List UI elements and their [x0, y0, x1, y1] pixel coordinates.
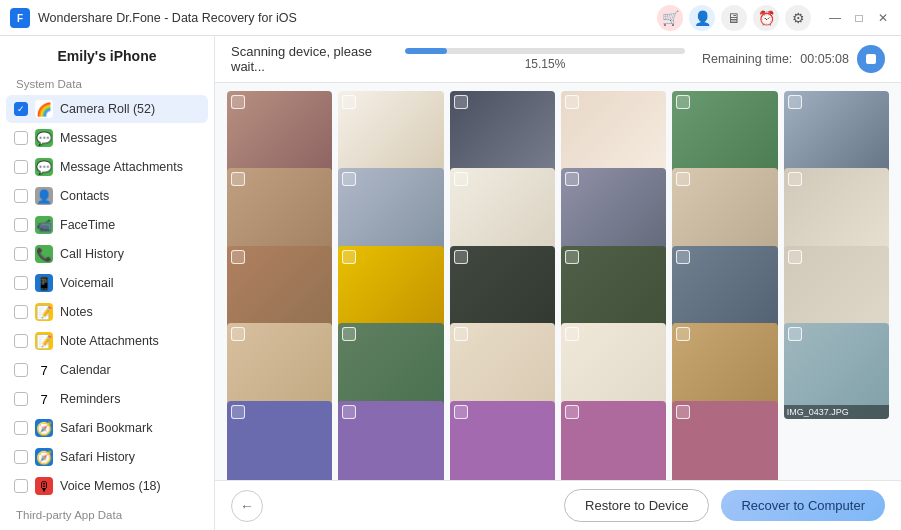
icon-message-attachments: 💬	[35, 158, 53, 176]
icon-camera-roll: 🌈	[35, 100, 53, 118]
photo-checkbox[interactable]	[454, 250, 468, 264]
label-reminders: Reminders	[60, 392, 196, 406]
checkbox-camera-roll[interactable]	[14, 102, 28, 116]
clock-icon[interactable]: ⏰	[753, 5, 779, 31]
photo-filename: IMG_0437.JPG	[784, 405, 889, 419]
sidebar-item-call-history[interactable]: 📞Call History	[6, 240, 208, 268]
recover-to-computer-button[interactable]: Recover to Computer	[721, 490, 885, 521]
photo-checkbox[interactable]	[454, 327, 468, 341]
checkbox-calendar[interactable]	[14, 363, 28, 377]
photo-checkbox[interactable]	[454, 172, 468, 186]
checkbox-facetime[interactable]	[14, 218, 28, 232]
progress-text: 15.15%	[525, 57, 566, 71]
photo-checkbox[interactable]	[565, 95, 579, 109]
photo-checkbox[interactable]	[565, 327, 579, 341]
checkbox-reminders[interactable]	[14, 392, 28, 406]
checkbox-messages[interactable]	[14, 131, 28, 145]
icon-safari-history: 🧭	[35, 448, 53, 466]
photo-cell[interactable]: IMG_0441.JPG	[561, 401, 666, 480]
checkbox-contacts[interactable]	[14, 189, 28, 203]
minimize-button[interactable]: —	[827, 10, 843, 26]
back-button[interactable]: ←	[231, 490, 263, 522]
sidebar-item-note-attachments[interactable]: 📝Note Attachments	[6, 327, 208, 355]
icon-voicemail: 📱	[35, 274, 53, 292]
checkbox-voicemail[interactable]	[14, 276, 28, 290]
photo-checkbox[interactable]	[231, 172, 245, 186]
photo-checkbox[interactable]	[454, 405, 468, 419]
icon-call-history: 📞	[35, 245, 53, 263]
photo-cell[interactable]: IMG_0438.JPG	[227, 401, 332, 480]
photo-checkbox[interactable]	[676, 405, 690, 419]
sidebar-item-calendar[interactable]: 7Calendar	[6, 356, 208, 384]
screen-icon[interactable]: 🖥	[721, 5, 747, 31]
checkbox-notes[interactable]	[14, 305, 28, 319]
stop-scan-button[interactable]	[857, 45, 885, 73]
photo-checkbox[interactable]	[676, 172, 690, 186]
sidebar-item-contacts[interactable]: 👤Contacts	[6, 182, 208, 210]
top-bar: Scanning device, please wait... 15.15% R…	[215, 36, 901, 83]
photo-checkbox[interactable]	[231, 405, 245, 419]
checkbox-voice-memos[interactable]	[14, 479, 28, 493]
photo-checkbox[interactable]	[231, 250, 245, 264]
photo-checkbox[interactable]	[788, 95, 802, 109]
user-icon[interactable]: 👤	[689, 5, 715, 31]
device-name: Emily's iPhone	[0, 36, 214, 72]
sidebar-item-camera-roll[interactable]: 🌈Camera Roll (52)	[6, 95, 208, 123]
sidebar-item-reminders[interactable]: 7Reminders	[6, 385, 208, 413]
checkbox-note-attachments[interactable]	[14, 334, 28, 348]
sidebar-item-messages[interactable]: 💬Messages	[6, 124, 208, 152]
svg-text:F: F	[17, 13, 23, 24]
photo-checkbox[interactable]	[565, 405, 579, 419]
remaining-time-container: Remaining time: 00:05:08	[702, 45, 885, 73]
window-controls: — □ ✕	[827, 10, 891, 26]
photo-checkbox[interactable]	[231, 95, 245, 109]
maximize-button[interactable]: □	[851, 10, 867, 26]
app-logo: F	[10, 8, 30, 28]
checkbox-call-history[interactable]	[14, 247, 28, 261]
photo-checkbox[interactable]	[454, 95, 468, 109]
photo-checkbox[interactable]	[788, 327, 802, 341]
sidebar-item-safari-history[interactable]: 🧭Safari History	[6, 443, 208, 471]
photo-checkbox[interactable]	[788, 250, 802, 264]
sidebar-items: 🌈Camera Roll (52)💬Messages💬Message Attac…	[0, 94, 214, 501]
photo-checkbox[interactable]	[342, 95, 356, 109]
photo-cell[interactable]: IMG_0442.JPG	[672, 401, 777, 480]
photo-cell[interactable]: IMG_0439.JPG	[338, 401, 443, 480]
close-button[interactable]: ✕	[875, 10, 891, 26]
sidebar-item-notes[interactable]: 📝Notes	[6, 298, 208, 326]
photo-cell[interactable]: IMG_0437.JPG	[784, 323, 889, 419]
app-title: Wondershare Dr.Fone - Data Recovery for …	[38, 11, 657, 25]
photo-checkbox[interactable]	[565, 172, 579, 186]
checkbox-safari-bookmark[interactable]	[14, 421, 28, 435]
photo-checkbox[interactable]	[676, 327, 690, 341]
remaining-label: Remaining time:	[702, 52, 792, 66]
sidebar-item-facetime[interactable]: 📹FaceTime	[6, 211, 208, 239]
label-voice-memos: Voice Memos (18)	[60, 479, 196, 493]
progress-bar	[405, 48, 685, 54]
photo-checkbox[interactable]	[676, 250, 690, 264]
cart-icon[interactable]: 🛒	[657, 5, 683, 31]
restore-to-device-button[interactable]: Restore to Device	[564, 489, 709, 522]
photo-checkbox[interactable]	[342, 327, 356, 341]
icon-reminders: 7	[35, 390, 53, 408]
photo-checkbox[interactable]	[342, 405, 356, 419]
sidebar-item-voice-memos[interactable]: 🎙Voice Memos (18)	[6, 472, 208, 500]
photo-checkbox[interactable]	[231, 327, 245, 341]
system-data-label: System Data	[0, 72, 214, 94]
sidebar-item-message-attachments[interactable]: 💬Message Attachments	[6, 153, 208, 181]
sidebar-item-voicemail[interactable]: 📱Voicemail	[6, 269, 208, 297]
photo-checkbox[interactable]	[342, 172, 356, 186]
icon-calendar: 7	[35, 361, 53, 379]
icon-safari-bookmark: 🧭	[35, 419, 53, 437]
label-safari-history: Safari History	[60, 450, 196, 464]
photo-checkbox[interactable]	[676, 95, 690, 109]
photo-checkbox[interactable]	[342, 250, 356, 264]
sidebar-item-safari-bookmark[interactable]: 🧭Safari Bookmark	[6, 414, 208, 442]
checkbox-message-attachments[interactable]	[14, 160, 28, 174]
settings-icon[interactable]: ⚙	[785, 5, 811, 31]
checkbox-safari-history[interactable]	[14, 450, 28, 464]
photo-checkbox[interactable]	[788, 172, 802, 186]
label-facetime: FaceTime	[60, 218, 196, 232]
photo-checkbox[interactable]	[565, 250, 579, 264]
photo-cell[interactable]: IMG_0440.JPG	[450, 401, 555, 480]
